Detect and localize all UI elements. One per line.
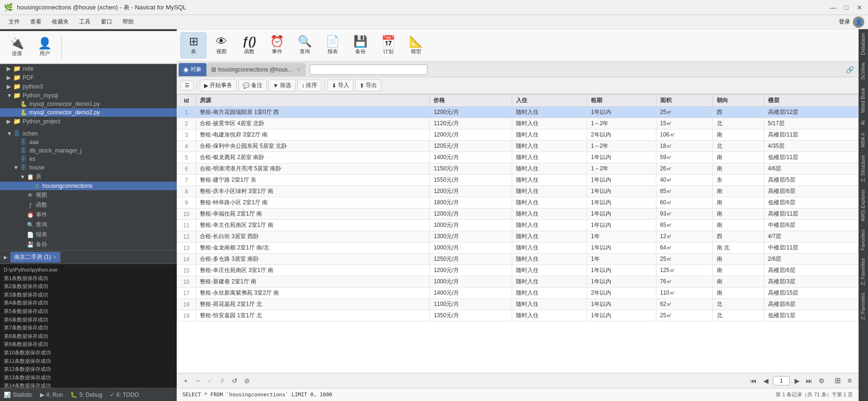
menu-help[interactable]: 帮助: [118, 16, 139, 28]
cell-data[interactable]: 1年以内: [587, 152, 656, 163]
cell-data[interactable]: 1200元/月: [430, 129, 512, 141]
cell-data[interactable]: 18㎡: [656, 141, 712, 152]
cell-data[interactable]: 随时入住: [512, 220, 587, 231]
cell-data[interactable]: 中楼层/6层: [764, 220, 858, 231]
cell-data[interactable]: 62㎡: [656, 299, 712, 310]
cell-data[interactable]: 南: [712, 163, 764, 175]
close-button[interactable]: ✕: [855, 3, 864, 12]
cell-id[interactable]: 7: [177, 175, 196, 186]
tree-item-python-project[interactable]: ▶ 📁 Python_project: [0, 117, 177, 126]
cell-data[interactable]: 1年以内: [587, 197, 656, 209]
page-input[interactable]: [773, 376, 790, 385]
cell-data[interactable]: 110㎡: [656, 288, 712, 299]
cell-data[interactable]: 1～2年: [587, 163, 656, 175]
cell-data[interactable]: 93㎡: [656, 209, 712, 220]
cell-id[interactable]: 15: [177, 265, 196, 276]
cell-data[interactable]: 随时入住: [512, 129, 587, 141]
db-xchen[interactable]: ▼ 🗄 xchen: [0, 129, 177, 138]
tree-item-connector1[interactable]: ▶ 🐍 mysql_connector_demo1.py: [0, 100, 177, 108]
cell-data[interactable]: 1年以内: [587, 299, 656, 310]
cell-data[interactable]: 合租-银龙薨苑 2居室 南卧: [196, 152, 430, 163]
cell-data[interactable]: 125㎡: [656, 265, 712, 276]
cell-data[interactable]: 随时入住: [512, 141, 587, 152]
cell-data[interactable]: 南: [712, 265, 764, 276]
cell-data[interactable]: 南: [712, 186, 764, 197]
table-row[interactable]: 17整租-永欣新寓紫弗苑 3室2厅 南1400元/月随时入住2年以内110㎡南高…: [177, 288, 859, 299]
tree-item-note[interactable]: ▶ 📁 note: [0, 64, 177, 73]
table-row[interactable]: 2合租-披景华区 4居室 北卧1120元/月随时入住1～2年15㎡北5/17层: [177, 118, 859, 129]
table-row[interactable]: 8整租-庆丰小区绿村 3室1厅 南1200元/月随时入住1年以内85㎡南高楼层/…: [177, 186, 859, 197]
right-tab-database[interactable]: Database: [859, 29, 868, 59]
cell-id[interactable]: 18: [177, 299, 196, 310]
toolbar-view[interactable]: 👁 视图: [208, 33, 234, 58]
cell-data[interactable]: 59㎡: [656, 152, 712, 163]
cell-data[interactable]: 西: [712, 231, 764, 242]
cell-data[interactable]: 南: [712, 288, 764, 299]
cell-data[interactable]: 85㎡: [656, 186, 712, 197]
cell-id[interactable]: 13: [177, 242, 196, 254]
cell-id[interactable]: 5: [177, 152, 196, 163]
folder-query[interactable]: ▶ 🔍 查询: [0, 220, 177, 230]
cell-data[interactable]: 合租-长白街 3居室 西卧: [196, 231, 430, 242]
cell-data[interactable]: 南: [712, 152, 764, 163]
cell-data[interactable]: 合租-披景华区 4居室 北卧: [196, 118, 430, 129]
objects-tab[interactable]: ◉ 对象: [179, 63, 206, 76]
cell-data[interactable]: 1400元/月: [430, 152, 512, 163]
menu-favorites[interactable]: 收藏夹: [47, 16, 74, 28]
cell-data[interactable]: 随时入住: [512, 254, 587, 265]
console-run-tab[interactable]: 南京二手房 (1) ✕: [10, 252, 60, 263]
cell-data[interactable]: 北: [712, 118, 764, 129]
cell-data[interactable]: 15㎡: [656, 118, 712, 129]
right-tab-favorites[interactable]: Favorites: [859, 225, 868, 254]
grid-view-btn[interactable]: ⊞: [832, 376, 843, 386]
cell-data[interactable]: 高楼层/5层: [764, 175, 858, 186]
cell-data[interactable]: 南: [712, 276, 764, 288]
table-row[interactable]: 16整租-新建巷 2室1厅 南1000元/月随时入住1年以内76㎡南高楼层/3层: [177, 276, 859, 288]
cell-data[interactable]: 低楼层/6层: [764, 197, 858, 209]
table-row[interactable]: 14合租-多仓路 3居室 南卧1250元/月随时入住1年25㎡南2/6层: [177, 254, 859, 265]
cell-data[interactable]: 东: [712, 175, 764, 186]
cell-data[interactable]: 4/35层: [764, 141, 858, 152]
table-row[interactable]: 9整租-钟阜路小区 2室1厅 南1800元/月随时入住1年以内60㎡南低楼层/6…: [177, 197, 859, 209]
cell-data[interactable]: 合租-明港湾港月亮湾 5居室 南卧: [196, 163, 430, 175]
table-row[interactable]: 11整租-幸主住苑南区 2室1厅 南1000元/月随时入住1年以内65㎡南中楼层…: [177, 220, 859, 231]
cell-data[interactable]: 1年以内: [587, 242, 656, 254]
status-todo[interactable]: ✓ 6: TODO: [110, 392, 139, 398]
db-table-tab[interactable]: ⊞ housingconnections @hous... ✕: [206, 63, 306, 76]
cell-data[interactable]: 整租-电建洛悦府 3室2厅 南: [196, 129, 430, 141]
cell-data[interactable]: 40㎡: [656, 175, 712, 186]
right-tab-mita[interactable]: MItA #: [859, 129, 868, 151]
table-housingconnections[interactable]: ▶ ⊞ housingconnections: [0, 182, 177, 190]
cell-id[interactable]: 3: [177, 129, 196, 141]
next-page-btn[interactable]: ▶: [792, 376, 802, 386]
cell-data[interactable]: 106㎡: [656, 129, 712, 141]
cell-data[interactable]: 26㎡: [656, 163, 712, 175]
right-tab-awsexplorer[interactable]: AWS Explorer: [859, 185, 868, 225]
cell-data[interactable]: 25㎡: [656, 107, 712, 118]
cell-data[interactable]: 随时入住: [512, 107, 587, 118]
import-btn[interactable]: ⬇ 导入: [328, 80, 353, 91]
cell-data[interactable]: 25㎡: [656, 254, 712, 265]
toolbar-query[interactable]: 🔍 查询: [292, 33, 318, 58]
cell-data[interactable]: 2年以内: [587, 288, 656, 299]
toolbar-schedule[interactable]: 📅 计划: [375, 33, 401, 58]
cell-data[interactable]: 整租-荷花嘉苑 2室1厅 北: [196, 299, 430, 310]
login-button[interactable]: 登录 👤: [839, 16, 864, 28]
cell-data[interactable]: 南 北: [712, 242, 764, 254]
folder-function[interactable]: ▶ ƒ 函数: [0, 200, 177, 210]
export-btn[interactable]: ⬆ 导出: [355, 80, 381, 91]
cell-data[interactable]: 1400元/月: [430, 288, 512, 299]
menu-tools[interactable]: 工具: [74, 16, 95, 28]
tree-item-pdf[interactable]: ▶ 📁 PDF: [0, 73, 177, 82]
cell-data[interactable]: 1000元/月: [430, 276, 512, 288]
cell-data[interactable]: 1～2年: [587, 118, 656, 129]
status-statistic[interactable]: 📊 Statistic: [4, 392, 33, 398]
menu-file[interactable]: 文件: [4, 16, 25, 28]
cell-data[interactable]: 随时入住: [512, 242, 587, 254]
cell-data[interactable]: 随时入住: [512, 276, 587, 288]
cell-data[interactable]: 整租-恒安嘉园 1室1厅 北: [196, 310, 430, 321]
table-row[interactable]: 4合租-保利中央公园东苑 5居室 北卧1205元/月随时入住1～2年18㎡北4/…: [177, 141, 859, 152]
cell-data[interactable]: 高楼层/6层: [764, 186, 858, 197]
cell-id[interactable]: 9: [177, 197, 196, 209]
cell-data[interactable]: 1350元/月: [430, 310, 512, 321]
